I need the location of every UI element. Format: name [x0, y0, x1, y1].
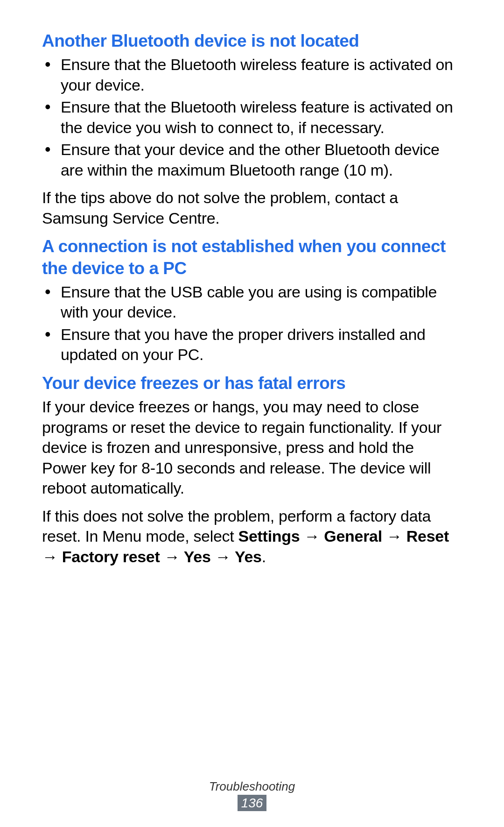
- page-footer: Troubleshooting 136: [0, 779, 504, 811]
- followup-bluetooth: If the tips above do not solve the probl…: [42, 188, 462, 228]
- list-item: Ensure that your device and the other Bl…: [42, 140, 462, 180]
- para-freeze-2-post: .: [262, 548, 266, 565]
- section-freeze: Your device freezes or has fatal errors …: [42, 373, 462, 567]
- para-freeze-1: If your device freezes or hangs, you may…: [42, 397, 462, 499]
- list-item: Ensure that the Bluetooth wireless featu…: [42, 55, 462, 95]
- list-item: Ensure that you have the proper drivers …: [42, 325, 462, 365]
- bullets-bluetooth: Ensure that the Bluetooth wireless featu…: [42, 55, 462, 180]
- para-freeze-2: If this does not solve the problem, perf…: [42, 506, 462, 567]
- list-item: Ensure that the Bluetooth wireless featu…: [42, 97, 462, 138]
- heading-freeze: Your device freezes or has fatal errors: [42, 373, 462, 394]
- section-bluetooth: Another Bluetooth device is not located …: [42, 30, 462, 228]
- heading-pc-connection: A connection is not established when you…: [42, 236, 462, 279]
- bullets-pc-connection: Ensure that the USB cable you are using …: [42, 282, 462, 365]
- footer-title: Troubleshooting: [0, 779, 504, 794]
- page-number: 136: [238, 795, 267, 811]
- section-pc-connection: A connection is not established when you…: [42, 236, 462, 365]
- heading-bluetooth: Another Bluetooth device is not located: [42, 30, 462, 52]
- list-item: Ensure that the USB cable you are using …: [42, 282, 462, 323]
